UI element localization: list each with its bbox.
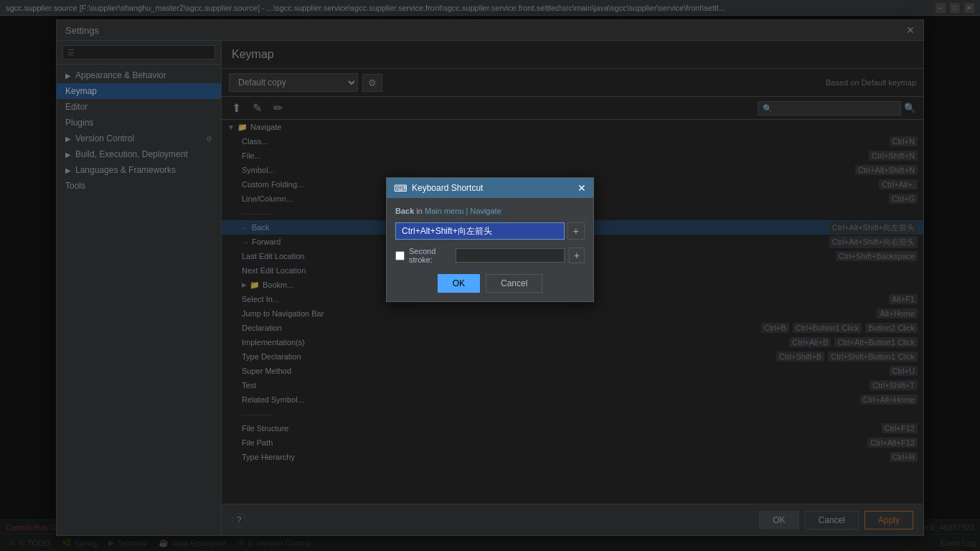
- kb-shortcut-close-button[interactable]: ✕: [578, 182, 586, 194]
- keyboard-icon: ⌨: [394, 183, 407, 194]
- kb-second-stroke-input[interactable]: [456, 248, 565, 263]
- kb-shortcut-titlebar: ⌨ Keyboard Shortcut ✕: [387, 178, 593, 198]
- kb-shortcut-title-group: ⌨ Keyboard Shortcut: [394, 183, 483, 194]
- kb-shortcut-dialog: ⌨ Keyboard Shortcut ✕ Back in Main menu …: [386, 177, 594, 302]
- kb-second-stroke-checkbox[interactable]: [395, 251, 405, 260]
- kb-shortcut-input[interactable]: [395, 222, 565, 240]
- kb-shortcut-overlay: ⌨ Keyboard Shortcut ✕ Back in Main menu …: [0, 0, 980, 551]
- kb-second-stroke-add-button[interactable]: +: [569, 248, 585, 263]
- kb-cancel-button[interactable]: Cancel: [486, 274, 542, 293]
- kb-context-action: Back: [395, 207, 414, 215]
- kb-add-shortcut-button[interactable]: +: [567, 222, 585, 240]
- kb-second-stroke-row: Second stroke: +: [395, 247, 585, 264]
- kb-shortcut-context: Back in Main menu | Navigate: [395, 207, 585, 215]
- kb-shortcut-title: Keyboard Shortcut: [412, 183, 483, 193]
- kb-second-stroke-label: Second stroke:: [409, 247, 451, 264]
- kb-shortcut-body: Back in Main menu | Navigate + Second st…: [387, 198, 593, 301]
- kb-dialog-buttons: OK Cancel: [395, 274, 585, 293]
- kb-context-in: in: [416, 207, 425, 215]
- kb-ok-button[interactable]: OK: [438, 274, 480, 293]
- kb-context-path: Main menu | Navigate: [425, 207, 501, 215]
- kb-input-row: +: [395, 222, 585, 240]
